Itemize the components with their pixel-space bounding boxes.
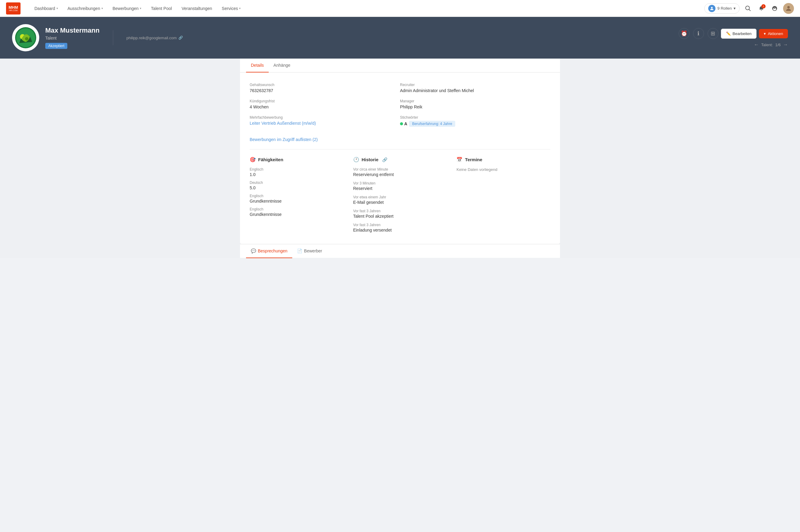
- profile-divider: [113, 30, 113, 45]
- bearbeiten-button[interactable]: ✏️ Bearbeiten: [721, 29, 757, 39]
- svg-point-4: [25, 37, 28, 40]
- info-button[interactable]: ℹ: [693, 28, 704, 39]
- history-item-3: Vor etwa einem Jahr E-Mail gesendet: [353, 195, 447, 205]
- roles-button[interactable]: 9 Rollen ▾: [704, 3, 740, 14]
- historie-icon: 🕐: [353, 157, 359, 163]
- history-item-2: Vor 3 Minuten Reserviert: [353, 181, 447, 191]
- roles-count: 9 Rollen: [717, 6, 732, 11]
- history-3-time: Vor etwa einem Jahr: [353, 195, 447, 199]
- header-actions: ⏰ ℹ ⊞ ✏️ Bearbeiten ▾ Aktionen: [679, 28, 788, 39]
- logo-sub: HR.COM: [9, 10, 18, 12]
- history-5-time: Vor fast 3 Jahren: [353, 223, 447, 227]
- profile-left: Max Mustermann Talent Akzeptiert philipp…: [12, 24, 183, 51]
- stichwörter-field: Stichwörter A Berufserfahrung: 4 Jahre: [400, 112, 550, 130]
- roles-chevron: ▾: [734, 6, 736, 11]
- stichwort-letter: A: [404, 121, 407, 126]
- skill-2-label: Deutsch: [250, 180, 344, 185]
- nav-services[interactable]: Services ▾: [217, 0, 246, 17]
- nav-bewerbungen-label: Bewerbungen: [113, 6, 138, 11]
- tabs-container: Details Anhänge: [240, 59, 560, 73]
- main-content: Gehaltswunsch 7632632787 Recruiter Admin…: [240, 73, 560, 244]
- nav-ausschreibungen-label: Ausschreibungen: [68, 6, 100, 11]
- talent-navigation: ← Talent: 1/6 →: [754, 42, 788, 48]
- mehrfachbewerbung-field: Mehrfachbewerbung Leiter Vertrieb Außend…: [250, 112, 400, 130]
- content-wrapper: Details Anhänge Gehaltswunsch 7632632787…: [0, 59, 800, 258]
- email-link-icon[interactable]: 🔗: [178, 36, 183, 40]
- skill-4-value: Grundkenntnisse: [250, 212, 344, 217]
- mehrfachbewerbung-link[interactable]: Leiter Vertrieb Außendienst (m/w/d): [250, 121, 316, 126]
- skill-row-1: Englisch 1.0: [250, 167, 344, 177]
- nav-bewerbungen[interactable]: Bewerbungen ▾: [108, 0, 146, 17]
- nav-talent-pool[interactable]: Talent Pool: [146, 0, 177, 17]
- faehigkeiten-section: 🎯 Fähigkeiten Englisch 1.0 Deutsch 5.0 E…: [250, 157, 344, 237]
- nav-veranstaltungen-label: Veranstaltungen: [182, 6, 212, 11]
- skill-row-4: Englisch Grundkenntnisse: [250, 207, 344, 217]
- history-1-time: Vor circa einer Minute: [353, 167, 447, 171]
- tab-details[interactable]: Details: [246, 59, 269, 73]
- tab-bewerber[interactable]: 📄 Bewerber: [292, 244, 327, 258]
- skill-3-value: Grundkenntnisse: [250, 199, 344, 204]
- gehaltswunsch-label: Gehaltswunsch: [250, 83, 400, 87]
- nav-talent-pool-label: Talent Pool: [151, 6, 172, 11]
- pencil-icon: ✏️: [726, 32, 731, 36]
- nav-dashboard-label: Dashboard: [34, 6, 55, 11]
- history-2-text: Reserviert: [353, 186, 447, 191]
- stichwort-a-badge: A: [400, 121, 407, 126]
- history-item-5: Vor fast 3 Jahren Einladung versendet: [353, 223, 447, 232]
- history-4-time: Vor fast 3 Jahren: [353, 209, 447, 213]
- email-text: philipp.reik@googlemail.com: [127, 36, 177, 40]
- historie-title: 🕐 Historie 🔗: [353, 157, 447, 163]
- historie-link-icon[interactable]: 🔗: [382, 157, 387, 162]
- svg-point-0: [787, 6, 790, 8]
- talent-prev-button[interactable]: ←: [754, 42, 759, 48]
- nav-ausschreibungen[interactable]: Ausschreibungen ▾: [63, 0, 108, 17]
- nav-veranstaltungen[interactable]: Veranstaltungen: [177, 0, 217, 17]
- faehigkeiten-title: 🎯 Fähigkeiten: [250, 157, 344, 163]
- tabs: Details Anhänge: [240, 59, 560, 72]
- alarm-button[interactable]: ⏰: [679, 28, 689, 39]
- nav-dashboard[interactable]: Dashboard ▾: [30, 0, 63, 17]
- recruiter-field: Recruiter Admin Administrator und Steffe…: [400, 80, 550, 96]
- user-avatar[interactable]: [783, 3, 794, 14]
- notification-badge: 1: [761, 4, 766, 8]
- nav-dashboard-chevron: ▾: [56, 7, 58, 10]
- profile-avatar: [12, 24, 39, 51]
- skill-1-value: 1.0: [250, 172, 344, 177]
- search-button[interactable]: [743, 4, 753, 13]
- notifications-button[interactable]: 1: [757, 4, 766, 13]
- roles-icon: [708, 5, 716, 12]
- profile-name: Max Mustermann: [45, 26, 100, 34]
- skill-1-label: Englisch: [250, 167, 344, 171]
- grid-button[interactable]: ⊞: [708, 28, 719, 39]
- recruiter-label: Recruiter: [400, 83, 550, 87]
- logo[interactable]: MHM HR.COM: [6, 2, 21, 15]
- tab-anhaenge[interactable]: Anhänge: [269, 59, 295, 73]
- logo-box: MHM HR.COM: [6, 2, 21, 15]
- skill-4-label: Englisch: [250, 207, 344, 211]
- profile-role: Talent: [45, 36, 100, 40]
- three-columns: 🎯 Fähigkeiten Englisch 1.0 Deutsch 5.0 E…: [250, 157, 550, 237]
- profile-right: ⏰ ℹ ⊞ ✏️ Bearbeiten ▾ Aktionen ← Talent:…: [679, 28, 788, 48]
- termine-no-data: Keine Daten vorliegend: [456, 167, 550, 172]
- manager-field: Manager Philipp Reik: [400, 96, 550, 112]
- kuendigungsfrist-field: Kündigungsfrist 4 Wochen: [250, 96, 400, 112]
- history-4-text: Talent Pool akzeptiert: [353, 214, 447, 218]
- settings-button[interactable]: [770, 4, 779, 13]
- stichwörter-label: Stichwörter: [400, 115, 550, 119]
- kuendigungsfrist-label: Kündigungsfrist: [250, 99, 400, 103]
- termine-icon: 📅: [456, 157, 462, 163]
- nav-ausschreibungen-chevron: ▾: [101, 7, 103, 10]
- mehrfachbewerbung-label: Mehrfachbewerbung: [250, 115, 400, 119]
- skill-2-value: 5.0: [250, 185, 344, 190]
- aktionen-button[interactable]: ▾ Aktionen: [759, 29, 788, 38]
- tab-besprechungen[interactable]: 💬 Besprechungen: [246, 244, 292, 258]
- bewerbungen-link[interactable]: Bewerbungen im Zugriff auflisten (2): [250, 137, 550, 142]
- talent-next-button[interactable]: →: [783, 42, 788, 48]
- bottom-tabs-container: 💬 Besprechungen 📄 Bewerber: [240, 244, 560, 258]
- details-grid: Gehaltswunsch 7632632787 Recruiter Admin…: [250, 80, 550, 130]
- nav-services-label: Services: [222, 6, 238, 11]
- history-5-text: Einladung versendet: [353, 228, 447, 232]
- history-2-time: Vor 3 Minuten: [353, 181, 447, 185]
- status-badge: Akzeptiert: [45, 43, 67, 49]
- nav-bewerbungen-chevron: ▾: [140, 7, 141, 10]
